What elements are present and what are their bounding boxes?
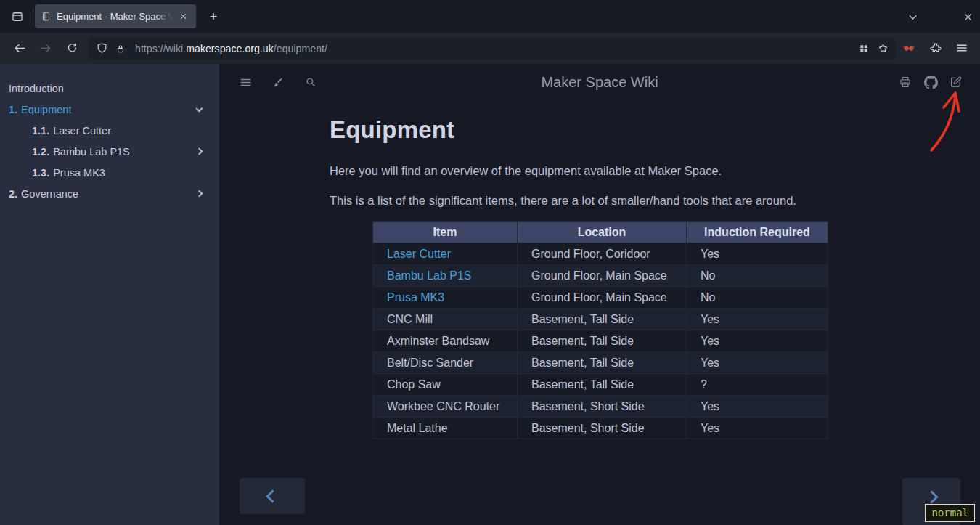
url-path: /equipment/: [274, 43, 327, 54]
sidebar-item-label: Introduction: [9, 83, 64, 94]
goggles-extension-icon: [902, 41, 915, 54]
item-cell: Metal Lathe: [373, 418, 518, 439]
app-menu-button[interactable]: [951, 37, 973, 59]
equipment-link[interactable]: Bambu Lab P1S: [387, 269, 472, 282]
sidebar-item-bambu-lab-p1s[interactable]: 1.2. Bambu Lab P1S: [0, 141, 219, 162]
github-repo-button[interactable]: [920, 72, 941, 92]
induction-cell: Yes: [687, 309, 828, 330]
table-row: Bambu Lab P1S Ground Floor, Main Space N…: [373, 265, 828, 287]
intro-paragraph: Here you will find an overview of the eq…: [330, 162, 871, 179]
list-all-tabs-button[interactable]: [902, 7, 923, 27]
item-cell: Bambu Lab P1S: [373, 265, 518, 287]
sidebar-item-label: Governance: [21, 188, 78, 200]
lock-icon[interactable]: [111, 39, 130, 58]
sidebar-item-laser-cutter[interactable]: 1.1. Laser Cutter: [0, 120, 219, 141]
equipment-link[interactable]: Laser Cutter: [387, 248, 451, 260]
close-icon: [962, 11, 974, 23]
induction-cell: No: [687, 287, 828, 309]
tab-equipment[interactable]: Equipment - Maker Space Wiki: [35, 4, 196, 28]
induction-cell: Yes: [687, 418, 828, 439]
edit-page-button[interactable]: [946, 72, 966, 92]
tab-title-wrap: Equipment - Maker Space Wiki: [57, 4, 176, 28]
section-toggle[interactable]: [197, 141, 202, 162]
forward-button[interactable]: [34, 37, 56, 59]
location-cell: Ground Floor, Main Space: [518, 265, 687, 287]
chevron-down-icon: [196, 105, 203, 112]
note-paragraph: This is a list of the significant items,…: [330, 192, 871, 209]
page-body: Equipment Here you will find an overview…: [330, 100, 871, 439]
table-row: Metal Lathe Basement, Short Side Yes: [373, 418, 828, 439]
chevron-right-icon: [196, 190, 203, 198]
url-host: makerspace.org.uk: [186, 43, 274, 54]
sidebar: Introduction 1. Equipment 1.1. Laser Cut…: [0, 64, 219, 525]
location-cell: Ground Floor, Main Space: [518, 287, 687, 309]
extensions-button[interactable]: [925, 37, 947, 59]
page-content-area: Introduction 1. Equipment 1.1. Laser Cut…: [0, 64, 980, 525]
item-cell: Belt/Disc Sander: [373, 352, 518, 374]
firefox-view-button[interactable]: [7, 7, 28, 27]
table-row: Laser Cutter Ground Floor, Coridoor Yes: [373, 243, 828, 265]
back-button[interactable]: [9, 37, 30, 59]
bookmark-star-icon[interactable]: [873, 39, 892, 58]
chapter-number: 1.: [9, 104, 17, 115]
chevron-left-icon: [266, 489, 279, 502]
sidebar-item-introduction[interactable]: Introduction: [0, 78, 219, 99]
github-icon: [924, 76, 938, 89]
location-cell: Basement, Tall Side: [518, 309, 687, 330]
induction-cell: Yes: [687, 396, 828, 418]
column-header-induction: Induction Required: [687, 222, 828, 243]
tab-bar: Equipment - Maker Space Wiki +: [0, 0, 980, 33]
equipment-link[interactable]: Prusa MK3: [387, 291, 444, 304]
equipment-table: Item Location Induction Required Laser C…: [372, 221, 828, 439]
item-cell: Axminster Bandsaw: [373, 330, 518, 352]
table-row: Chop Saw Basement, Tall Side ?: [373, 374, 828, 396]
edit-icon: [950, 76, 963, 89]
window-close-button[interactable]: [957, 7, 978, 27]
chapter-number: 1.1.: [32, 125, 49, 137]
vim-mode-indicator: normal: [925, 504, 975, 522]
shield-icon[interactable]: [92, 39, 111, 58]
container-extension-button[interactable]: [898, 37, 920, 59]
url-bar[interactable]: https://wiki.makerspace.org.uk/equipment…: [89, 37, 896, 60]
location-cell: Basement, Tall Side: [518, 352, 687, 374]
chapter-number: 1.2.: [32, 146, 49, 158]
reload-button[interactable]: [61, 37, 83, 59]
grid-icon[interactable]: [854, 39, 873, 58]
item-cell: Laser Cutter: [373, 243, 518, 265]
sidebar-item-equipment[interactable]: 1. Equipment: [0, 99, 219, 120]
table-row: Prusa MK3 Ground Floor, Main Space No: [373, 287, 828, 309]
url-scheme: https://wiki.: [135, 43, 186, 54]
tab-title-fade: [154, 4, 176, 28]
item-cell: Prusa MK3: [373, 287, 518, 309]
table-header-row: Item Location Induction Required: [373, 222, 828, 243]
tab-close-icon[interactable]: [176, 9, 190, 24]
location-cell: Basement, Tall Side: [518, 330, 687, 352]
table-row: CNC Mill Basement, Tall Side Yes: [373, 309, 828, 330]
tab-separator: [33, 8, 33, 25]
chapter-number: 1.3.: [32, 167, 49, 179]
item-cell: Workbee CNC Router: [373, 396, 518, 418]
section-toggle[interactable]: [197, 183, 202, 204]
induction-cell: Yes: [687, 330, 828, 352]
previous-chapter-button[interactable]: [240, 478, 305, 514]
browser-window: Equipment - Maker Space Wiki +: [0, 0, 980, 525]
new-tab-button[interactable]: +: [203, 7, 224, 27]
chevron-right-icon: [196, 148, 203, 155]
tab-favicon-book-icon: [41, 11, 52, 22]
reload-icon: [66, 42, 78, 54]
induction-cell: No: [687, 265, 828, 287]
back-icon: [13, 41, 27, 55]
sidebar-item-prusa-mk3[interactable]: 1.3. Prusa MK3: [0, 162, 219, 183]
chevron-down-icon: [907, 11, 919, 23]
site-title: Maker Space Wiki: [219, 64, 980, 100]
table-row: Belt/Disc Sander Basement, Tall Side Yes: [373, 352, 828, 374]
sidebar-item-governance[interactable]: 2. Governance: [0, 183, 219, 204]
induction-cell: ?: [687, 374, 828, 396]
section-toggle[interactable]: [197, 99, 202, 120]
sidebar-item-label: Bambu Lab P1S: [53, 146, 130, 158]
column-header-item: Item: [373, 222, 518, 243]
forward-icon: [38, 41, 52, 55]
url-text[interactable]: https://wiki.makerspace.org.uk/equipment…: [135, 43, 854, 54]
print-button[interactable]: [895, 72, 915, 92]
sidebar-item-label: Laser Cutter: [53, 125, 111, 137]
